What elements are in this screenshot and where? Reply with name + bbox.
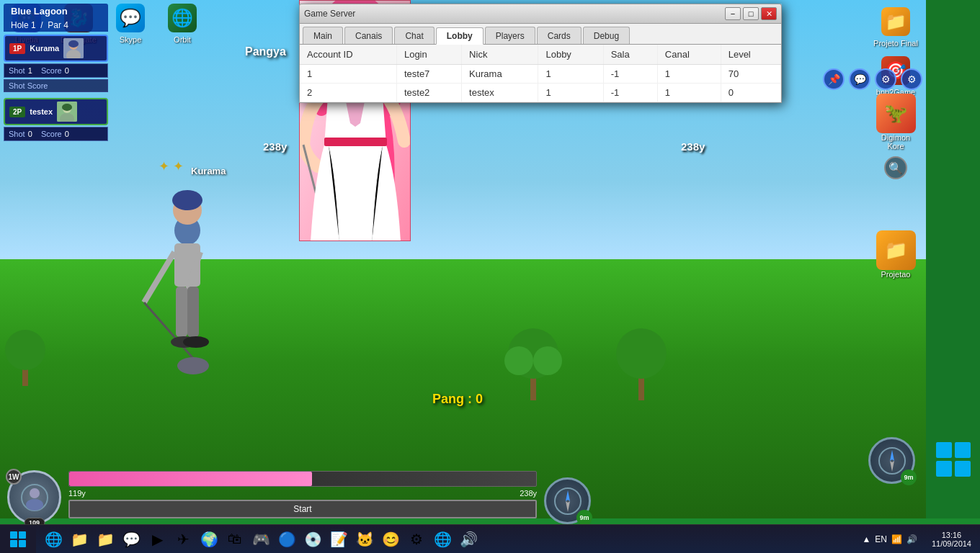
ticker-button[interactable]: 📌 — [823, 68, 845, 90]
taskbar-media-icon[interactable]: ▶ — [146, 528, 169, 551]
tab-main[interactable]: Main — [303, 27, 343, 44]
desktop-icon-projetao[interactable]: 📁 Projetao — [873, 230, 919, 279]
skype-icon: 💬 — [116, 4, 145, 32]
desktop-icon-orbit[interactable]: 🌐 Orbit — [159, 4, 205, 44]
search-icon[interactable]: 🔍 — [884, 156, 907, 179]
taskbar-gear-icon[interactable]: ⚙ — [405, 528, 428, 551]
col-account-id: Account ID — [300, 45, 396, 65]
close-button[interactable]: ✕ — [761, 7, 777, 20]
p1-name: Kurama — [30, 44, 59, 53]
wing-ornament: ✦ ✦ — [159, 158, 184, 174]
taskbar-note-icon[interactable]: 📝 — [327, 528, 350, 551]
taskbar-game-icon[interactable]: 🎮 — [249, 528, 272, 551]
cell-account_id-0: 1 — [300, 65, 396, 84]
svg-rect-56 — [10, 531, 17, 539]
svg-rect-59 — [19, 540, 26, 547]
p2-stats: Shot0 Score0 — [4, 127, 108, 141]
compass-area[interactable]: 9m — [544, 477, 591, 524]
tab-cards[interactable]: Cards — [537, 27, 582, 44]
player1-card: 1P Kurama — [4, 35, 108, 62]
window-tabs: Main Canais Chat Lobby Players Cards Deb… — [299, 23, 782, 44]
cell-sala-1: -1 — [603, 84, 657, 102]
taskbar-disk-icon[interactable]: 💿 — [301, 528, 324, 551]
taskbar-telegram-icon[interactable]: ✈ — [172, 528, 195, 551]
window-title: Game Server — [304, 9, 355, 19]
tab-canais[interactable]: Canais — [344, 27, 393, 44]
power-bar-area: 119y 238y Start — [68, 471, 537, 524]
cell-login-1: teste2 — [396, 84, 461, 102]
taskbar-store-icon[interactable]: 🛍 — [223, 528, 246, 551]
tab-players[interactable]: Players — [485, 27, 535, 44]
bottom-hud-left: 1W 109 119y 238y Start — [0, 470, 598, 524]
p2-name: testex — [30, 107, 53, 116]
cell-sala-0: -1 — [603, 65, 657, 84]
taskbar-vol-icon[interactable]: 🔊 — [457, 528, 480, 551]
taskbar-cat-icon[interactable]: 🐱 — [353, 528, 376, 551]
taskbar-chrome-icon[interactable]: 🌍 — [197, 528, 220, 551]
clock-time: 13:16 — [942, 531, 962, 539]
svg-rect-52 — [936, 442, 952, 458]
tab-debug[interactable]: Debug — [583, 27, 630, 44]
tab-chat[interactable]: Chat — [394, 27, 434, 44]
taskbar-network-icon[interactable]: 🌐 — [431, 528, 454, 551]
windows-logo[interactable] — [930, 436, 976, 482]
cell-nick-1: testex — [462, 84, 538, 102]
game-server-window: Game Server − □ ✕ Main Canais Chat Lobby… — [299, 4, 782, 103]
svg-rect-54 — [936, 461, 952, 477]
taskbar-ie-icon[interactable]: 🌐 — [42, 528, 65, 551]
window-titlebar: Game Server − □ ✕ — [299, 4, 782, 23]
timer-badge-right: 9m — [901, 469, 917, 485]
digimon-label: Digimon Kore — [873, 133, 919, 150]
table-row[interactable]: 2teste2testex1-110 — [300, 84, 781, 102]
taskbar-globe-icon[interactable]: 🔵 — [275, 528, 298, 551]
menu-button[interactable]: ⚙ — [875, 68, 896, 90]
svg-marker-21 — [890, 450, 894, 461]
compass-left[interactable]: 9m — [544, 477, 591, 524]
svg-point-33 — [26, 499, 43, 511]
power-fill — [69, 472, 312, 486]
desktop-icon-digimon[interactable]: 🦖 Digimon Kore — [873, 94, 919, 150]
taskbar-smile-icon[interactable]: 😊 — [379, 528, 402, 551]
svg-rect-14 — [187, 287, 199, 337]
tray-arrow[interactable]: ▲ — [862, 534, 870, 544]
taskbar-skype-icon[interactable]: 💬 — [120, 528, 143, 551]
settings-button[interactable]: ⚙ — [901, 68, 922, 90]
projeto-final-icon: 📁 — [881, 7, 910, 36]
svg-point-25 — [68, 40, 79, 48]
start-menu-button[interactable] — [0, 525, 36, 554]
col-level: Level — [721, 45, 780, 65]
club-selector-area[interactable]: 1W 109 — [7, 470, 61, 524]
projetao-area: 📁 Projetao — [873, 230, 919, 279]
svg-point-29 — [62, 104, 72, 111]
cell-lobby-0: 1 — [538, 65, 603, 84]
tab-lobby[interactable]: Lobby — [436, 27, 484, 45]
digimon-kore-area: 🦖 Digimon Kore 🔍 — [873, 94, 919, 179]
cell-level-0: 70 — [721, 65, 780, 84]
p1-stats: Shot1 Score0 — [4, 63, 108, 78]
timer-badge-left: 9m — [576, 510, 592, 526]
system-tray: ▲ EN 📶 🔊 — [856, 534, 923, 544]
taskbar-folder-icon[interactable]: 📁 — [68, 528, 91, 551]
svg-point-3 — [533, 346, 562, 375]
window-body: Account ID Login Nick Lobby Sala Canal L… — [299, 44, 782, 103]
p2-badge: 2P — [9, 107, 25, 117]
maximize-button[interactable]: □ — [743, 7, 759, 20]
cell-canal-0: 1 — [657, 65, 721, 84]
power-bar — [68, 471, 537, 487]
taskbar-clock[interactable]: 13:16 11/09/2014 — [923, 531, 980, 548]
chat-button[interactable]: 💬 — [849, 68, 870, 90]
minimize-button[interactable]: − — [725, 7, 741, 20]
clock-date: 11/09/2014 — [932, 539, 971, 548]
club-selector[interactable]: 1W 109 — [7, 470, 61, 524]
taskbar-folder2-icon[interactable]: 📁 — [94, 528, 117, 551]
start-button[interactable]: Start — [68, 500, 537, 518]
table-row[interactable]: 1teste7Kurama1-1170 — [300, 65, 781, 84]
shot-score-label: Shot Score — [4, 79, 108, 92]
compass-right[interactable]: 9m — [868, 437, 915, 484]
svg-rect-51 — [324, 138, 387, 146]
desktop-icon-projeto-final[interactable]: 📁 Projeto Final — [873, 7, 919, 48]
digimon-controls: 🔍 — [873, 156, 919, 179]
tray-network-icon: 📶 — [891, 534, 902, 544]
p1-avatar — [63, 38, 84, 58]
desktop-icon-skype[interactable]: 💬 Skype — [107, 4, 153, 44]
